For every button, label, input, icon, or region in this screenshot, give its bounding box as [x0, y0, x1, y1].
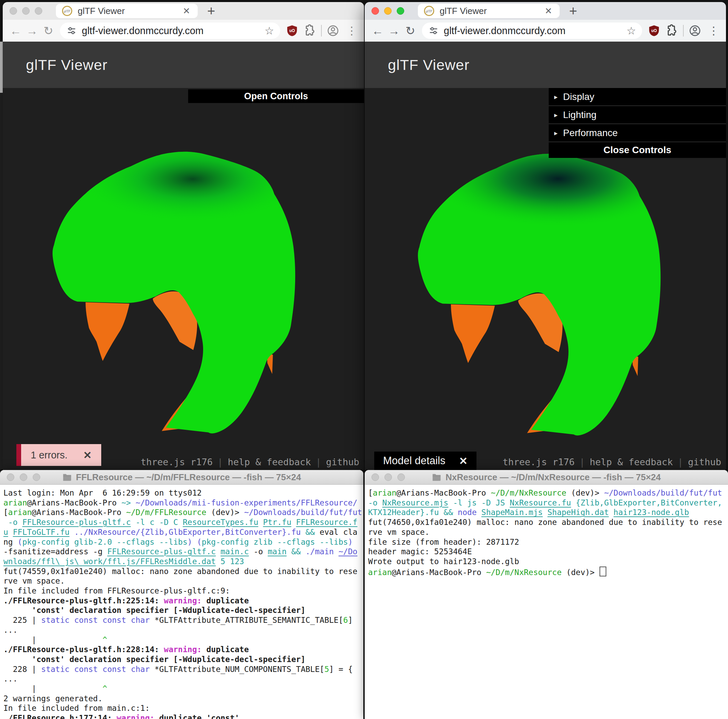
address-bar[interactable]: gltf-viewer.donmccurdy.com ☆ [422, 23, 642, 39]
terminal-text: ~/Downloads/build/fut/fut [604, 488, 722, 497]
close-window-button[interactable] [372, 7, 379, 15]
window-traffic-lights[interactable] [372, 7, 404, 15]
minimize-window-button[interactable] [384, 7, 392, 15]
page-title: glTF Viewer [388, 57, 470, 73]
window-traffic-lights[interactable] [9, 7, 42, 15]
browser-window-right: glTF glTF Viewer ✕ + ← → ↻ gltf-viewer.d… [365, 2, 726, 470]
browser-tab[interactable]: glTF glTF Viewer ✕ [418, 4, 560, 18]
svg-text:uO: uO [289, 28, 295, 33]
extensions-puzzle-icon[interactable] [665, 24, 678, 37]
page-title: glTF Viewer [26, 57, 108, 73]
close-window-button[interactable] [7, 474, 14, 481]
profile-avatar-icon[interactable] [327, 24, 340, 37]
controls-folder-lighting[interactable]: ▸ Lighting [549, 106, 726, 124]
github-link[interactable]: github [688, 457, 721, 467]
url-text[interactable]: gltf-viewer.donmccurdy.com [82, 25, 261, 37]
gltf-favicon: glTF [62, 6, 72, 16]
terminal-line: [arian@Arians-MacBook-Pro ~/D/m/FFLResou… [3, 507, 363, 517]
threejs-version: three.js r176 [503, 457, 575, 467]
terminal-text: warning: [164, 596, 206, 605]
model-details-text: Model details [383, 455, 445, 467]
hair-model-3d[interactable] [398, 139, 706, 448]
address-bar[interactable]: gltf-viewer.donmccurdy.com ☆ [60, 23, 280, 39]
back-icon[interactable]: ← [369, 24, 386, 38]
terminal-window-title: FFLResource — ~/D/m/FFLResource — -fish … [76, 472, 301, 483]
terminal-line: u FFLToGLTF.fu ../NxResource/{Zlib,GlbEx… [3, 527, 363, 537]
extensions-puzzle-icon[interactable] [303, 24, 316, 37]
back-icon[interactable]: ← [8, 24, 24, 38]
zoom-window-button[interactable] [398, 474, 405, 481]
terminal-text: duplicate [206, 596, 249, 605]
viewer-header: glTF Viewer [3, 41, 364, 88]
hair-model-3d[interactable] [32, 137, 341, 446]
terminal-line: In file included from FFLResource-plus-g… [3, 586, 363, 596]
terminal-text: ^ [102, 684, 107, 693]
terminal-title-bar[interactable]: NxResource — ~/D/m/NxResource — -fish — … [365, 470, 728, 485]
tab-close-icon[interactable]: ✕ [543, 6, 554, 16]
terminal-text: NxResource.mjs [382, 498, 448, 507]
terminal-line: 2 warnings generated. [3, 694, 363, 704]
chrome-menu-icon[interactable]: ⋮ [706, 24, 721, 37]
terminal-line: 225 | static const const char *GLTFAttri… [3, 615, 363, 625]
terminal-text: In file included from FFLResource-plus-g… [3, 586, 230, 595]
terminal-line: -o NxResource.mjs -l js -D JS NxResource… [368, 498, 728, 508]
terminal-text: [ [368, 488, 373, 497]
viewer-footer: three.js r176 | help & feedback | github [503, 457, 721, 467]
controls-folder-display[interactable]: ▸ Display [549, 88, 726, 106]
terminal-text: In file included from main.c:1: [3, 704, 150, 713]
chrome-menu-icon[interactable]: ⋮ [344, 24, 359, 37]
viewer-canvas[interactable]: ▸ Display ▸ Lighting ▸ Performance Close… [365, 88, 726, 470]
zoom-window-button[interactable] [33, 474, 40, 481]
help-feedback-link[interactable]: help & feedback [590, 457, 673, 467]
viewer-header: glTF Viewer [365, 41, 726, 88]
ublock-origin-icon[interactable]: uO [648, 24, 661, 37]
help-feedback-link[interactable]: help & feedback [228, 457, 311, 467]
close-controls-button[interactable]: Close Controls [549, 142, 726, 158]
ublock-origin-icon[interactable]: uO [286, 24, 298, 37]
tab-title: glTF Viewer [78, 6, 181, 16]
error-close-icon[interactable]: ✕ [83, 449, 92, 461]
zoom-window-button[interactable] [35, 7, 42, 15]
zoom-window-button[interactable] [397, 7, 404, 15]
window-traffic-lights[interactable] [372, 474, 405, 481]
close-window-button[interactable] [372, 474, 379, 481]
terminal-text: arian [3, 498, 27, 507]
close-window-button[interactable] [9, 7, 17, 15]
tab-close-icon[interactable]: ✕ [181, 6, 191, 16]
footer-separator: | [678, 457, 683, 467]
reload-icon[interactable]: ↻ [402, 24, 419, 38]
terminal-title-bar[interactable]: FFLResource — ~/D/m/FFLResource — -fish … [0, 470, 363, 485]
viewer-canvas[interactable]: Open Controls 1 errors. ✕ three.js r176 … [3, 88, 364, 470]
site-settings-icon[interactable] [428, 25, 439, 36]
profile-avatar-icon[interactable] [688, 24, 701, 37]
terminal-text: FFLResource-plus-gltf.c [107, 547, 216, 556]
reload-icon[interactable]: ↻ [40, 24, 57, 38]
bookmark-star-icon[interactable]: ☆ [626, 25, 636, 37]
model-details-close-icon[interactable]: ✕ [459, 455, 468, 467]
minimize-window-button[interactable] [20, 474, 27, 481]
terminal-text: arian [8, 508, 32, 517]
terminal-text: u [3, 527, 8, 537]
window-traffic-lights[interactable] [7, 474, 40, 481]
github-link[interactable]: github [326, 457, 359, 467]
terminal-line: 'const' declaration specifier [-Wduplica… [3, 655, 363, 664]
forward-icon[interactable]: → [24, 24, 40, 38]
minimize-window-button[interactable] [384, 474, 392, 481]
toolbar-divider [321, 25, 322, 37]
terminal-line: rve vm space. [3, 576, 363, 586]
new-tab-button[interactable]: + [569, 3, 577, 19]
forward-icon[interactable]: → [386, 24, 402, 38]
url-text[interactable]: gltf-viewer.donmccurdy.com [444, 25, 623, 37]
browser-tab[interactable]: glTF glTF Viewer ✕ [56, 4, 198, 18]
controls-folder-performance[interactable]: ▸ Performance [549, 124, 726, 142]
terminal-text: Ptr.fu [263, 518, 291, 527]
site-settings-icon[interactable] [66, 25, 77, 36]
open-controls-button[interactable]: Open Controls [188, 89, 364, 103]
bookmark-star-icon[interactable]: ☆ [265, 25, 274, 37]
folder-icon [63, 473, 72, 481]
new-tab-button[interactable]: + [207, 3, 215, 19]
terminal-text: ... [3, 625, 18, 635]
minimize-window-button[interactable] [22, 7, 30, 15]
terminal-line: | ^ [3, 635, 363, 645]
terminal-text: ) [187, 538, 192, 546]
